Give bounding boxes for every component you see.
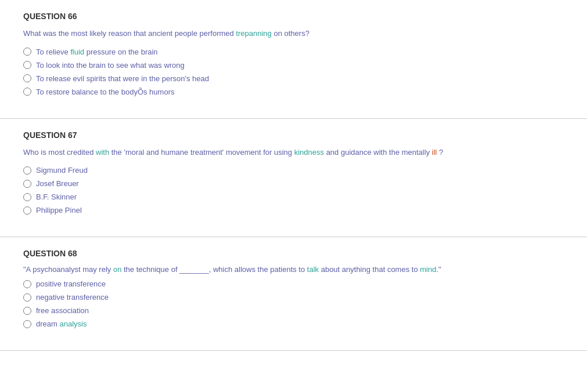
question-66-label: QUESTION 66	[23, 12, 564, 21]
list-item: To release evil spirits that were in the…	[23, 74, 564, 83]
question-68-label: QUESTION 68	[23, 249, 564, 258]
q68-option-1-radio[interactable]	[23, 280, 31, 288]
list-item: To restore balance to the bodyÕs humors	[23, 88, 564, 96]
q66-option-2-label: To look into the brain to see what was w…	[36, 61, 185, 70]
q68-option-2-label: negative transference	[36, 293, 109, 302]
question-66-block: QUESTION 66 What was the most likely rea…	[0, 0, 587, 119]
question-68-block: QUESTION 68 "A psychoanalyst may rely on…	[0, 237, 587, 351]
list-item: free association	[23, 306, 564, 315]
list-item: positive transference	[23, 280, 564, 288]
question-66-text: What was the most likely reason that anc…	[23, 28, 564, 39]
list-item: dream analysis	[23, 320, 564, 328]
question-66-options: To relieve fluid pressure on the brain T…	[23, 48, 564, 96]
q66-option-3-radio[interactable]	[23, 74, 31, 82]
q67-option-4-label: Philippe Pinel	[36, 206, 82, 215]
q68-option-4-label: dream analysis	[36, 320, 87, 328]
question-67-options: Sigmund Freud Josef Breuer B.F. Skinner …	[23, 166, 564, 215]
q67-option-4-radio[interactable]	[23, 206, 31, 215]
q67-option-1-radio[interactable]	[23, 166, 31, 175]
list-item: Philippe Pinel	[23, 206, 564, 215]
list-item: negative transference	[23, 293, 564, 302]
q67-option-2-label: Josef Breuer	[36, 179, 79, 188]
list-item: To look into the brain to see what was w…	[23, 61, 564, 70]
question-68-text: "A psychoanalyst may rely on the techniq…	[23, 265, 564, 274]
q68-option-3-label: free association	[36, 306, 89, 315]
question-68-options: positive transference negative transfere…	[23, 280, 564, 328]
q68-option-4-radio[interactable]	[23, 320, 31, 328]
question-66-highlight-trepanning: trepanning	[236, 29, 271, 38]
list-item: Sigmund Freud	[23, 166, 564, 175]
q66-option-4-label: To restore balance to the bodyÕs humors	[36, 88, 174, 96]
q67-option-2-radio[interactable]	[23, 180, 31, 188]
q67-option-3-radio[interactable]	[23, 193, 31, 201]
list-item: To relieve fluid pressure on the brain	[23, 48, 564, 56]
q67-option-1-label: Sigmund Freud	[36, 166, 88, 175]
q67-option-3-label: B.F. Skinner	[36, 193, 77, 201]
question-67-text: Who is most credited with the 'moral and…	[23, 147, 564, 158]
q66-option-4-radio[interactable]	[23, 88, 31, 96]
question-67-label: QUESTION 67	[23, 130, 564, 140]
q66-option-1-radio[interactable]	[23, 48, 31, 56]
question-67-block: QUESTION 67 Who is most credited with th…	[0, 119, 587, 238]
list-item: B.F. Skinner	[23, 193, 564, 201]
q68-option-3-radio[interactable]	[23, 307, 31, 315]
list-item: Josef Breuer	[23, 179, 564, 188]
q66-option-2-radio[interactable]	[23, 61, 31, 69]
q66-option-1-label: To relieve fluid pressure on the brain	[36, 48, 158, 56]
q66-option-3-label: To release evil spirits that were in the…	[36, 74, 209, 83]
q68-option-2-radio[interactable]	[23, 293, 31, 302]
q68-option-1-label: positive transference	[36, 280, 106, 288]
